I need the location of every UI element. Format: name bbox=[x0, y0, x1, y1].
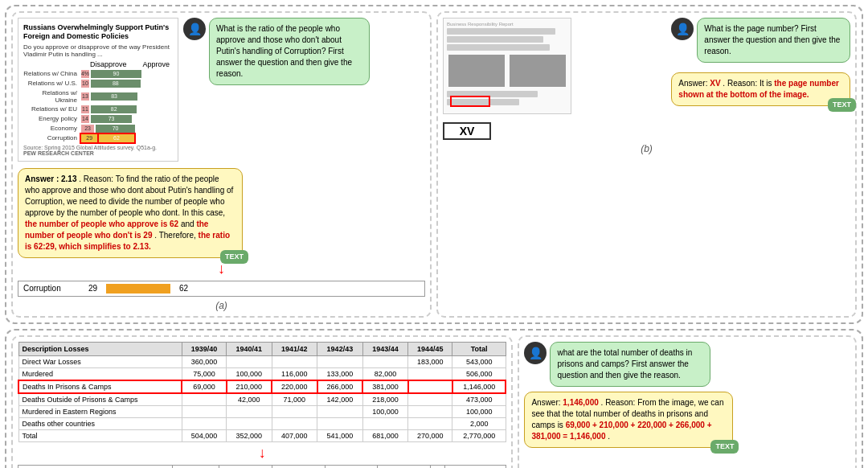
cell-val: 1,146,000 bbox=[452, 380, 506, 393]
summary-v5: 381,000 bbox=[378, 465, 431, 468]
th-4344: 1943/44 bbox=[362, 342, 408, 355]
doc-images bbox=[447, 53, 567, 88]
header-approve: Approve bbox=[142, 60, 170, 68]
cell-val bbox=[227, 355, 272, 367]
panel-a: Russians Overwhelmingly Support Putin's … bbox=[11, 11, 432, 318]
answer-red-b: XV bbox=[710, 79, 720, 88]
corruption-val2: 62 bbox=[174, 284, 194, 293]
summary-v7: 1,146,000 bbox=[444, 465, 506, 468]
cell-val bbox=[362, 355, 408, 367]
doc-text-1 bbox=[447, 28, 555, 35]
cell-val: 352,000 bbox=[227, 429, 272, 441]
chart-row-label: Relations w/ China bbox=[23, 70, 80, 77]
cell-val bbox=[408, 380, 452, 393]
bottom-row: Description Losses 1939/40 1940/41 1941/… bbox=[5, 329, 863, 468]
corruption-bar bbox=[106, 284, 170, 294]
question-bubble-b: What is the page number? First answer th… bbox=[697, 18, 850, 63]
cell-val bbox=[408, 393, 452, 406]
panel-a-top: Russians Overwhelmingly Support Putin's … bbox=[18, 18, 425, 162]
summary-v2: 210,000 bbox=[219, 465, 272, 468]
cell-val bbox=[362, 417, 408, 429]
cell-val: 504,000 bbox=[182, 429, 226, 441]
summary-row-table: Deaths In Prisons & Camps 69,000 210,000… bbox=[18, 465, 506, 468]
chart-row: Relations w/ U.S. 10 88 bbox=[23, 80, 173, 88]
question-text-b: What is the page number? First answer th… bbox=[704, 24, 840, 55]
chart-rows: Relations w/ China 4% 90 Relations w/ U.… bbox=[23, 70, 173, 142]
bar-disapprove: 13 bbox=[81, 92, 89, 101]
document-preview: Business Responsibility Report bbox=[443, 18, 571, 114]
chart-container: Russians Overwhelmingly Support Putin's … bbox=[18, 18, 178, 162]
data-table: Description Losses 1939/40 1940/41 1941/… bbox=[18, 342, 506, 442]
answer-and: and bbox=[181, 220, 196, 228]
cell-val: 100,000 bbox=[362, 405, 408, 417]
answer-area-a: Answer : 2.13 . Reason: To find the rati… bbox=[18, 168, 425, 258]
panel-b: Business Responsibility Report X bbox=[436, 11, 857, 318]
panel-b-right: 👤 What is the page number? First answer … bbox=[671, 18, 850, 140]
avatar-d: 👤 bbox=[524, 342, 547, 364]
bar-approve: 62 bbox=[99, 134, 133, 142]
bar-disapprove: 10 bbox=[81, 80, 89, 88]
cell-val: 210,000 bbox=[227, 380, 272, 393]
th-total: Total bbox=[452, 342, 506, 355]
cell-val: 82,000 bbox=[362, 367, 408, 380]
corruption-val1: 29 bbox=[83, 284, 103, 293]
summary-desc: Deaths In Prisons & Camps bbox=[18, 465, 173, 468]
table-row: Deaths other countries2,000 bbox=[18, 417, 506, 429]
xv-text: XV bbox=[460, 125, 475, 138]
panel-b-inner: Business Responsibility Report X bbox=[443, 18, 850, 140]
chart-row-label: Relations w/ EU bbox=[23, 105, 80, 113]
cell-val: 2,770,000 bbox=[452, 429, 506, 441]
th-4445: 1944/45 bbox=[408, 342, 452, 355]
table-row: Direct War Losses360,000183,000543,000 bbox=[18, 355, 506, 367]
bar-disapprove: 23 bbox=[81, 125, 94, 133]
chart-bars: 13 83 bbox=[81, 92, 137, 101]
chart-subtitle: Do you approve or disapprove of the way … bbox=[23, 43, 173, 58]
cell-val: 142,000 bbox=[317, 393, 363, 406]
cell-val: 506,000 bbox=[452, 367, 506, 380]
doc-title: Business Responsibility Report bbox=[447, 22, 567, 27]
chart-bars: 4% 90 bbox=[81, 70, 141, 78]
answer-red-d: 1,146,000 bbox=[563, 398, 599, 407]
table-row: Total504,000352,000407,000541,000681,000… bbox=[18, 429, 506, 441]
bar-disapprove: 11 bbox=[81, 105, 89, 113]
cell-val: 543,000 bbox=[452, 355, 506, 367]
chart-row-label: Economy bbox=[23, 125, 80, 132]
cell-val: 75,000 bbox=[182, 367, 226, 380]
panel-a-right: 👤 What is the ratio of the people who ap… bbox=[183, 18, 370, 162]
cell-val: 133,000 bbox=[317, 367, 363, 380]
summary-v3: 220,000 bbox=[272, 465, 325, 468]
main-container: Russians Overwhelmingly Support Putin's … bbox=[0, 0, 868, 468]
text-badge-d: TEXT bbox=[710, 440, 739, 454]
answer-value: 2.13 bbox=[61, 174, 76, 183]
cell-val: 100,000 bbox=[452, 405, 506, 417]
question-text-d: what are the total number of deaths in p… bbox=[557, 348, 692, 380]
answer-end-d: . bbox=[608, 432, 610, 441]
cell-val: 266,000 bbox=[317, 380, 363, 393]
cell-val: 42,000 bbox=[227, 393, 272, 406]
bar-disapprove: 29 bbox=[81, 134, 97, 142]
cell-val bbox=[317, 417, 363, 429]
cell-val: 218,000 bbox=[362, 393, 408, 406]
panel-b-label: (b) bbox=[443, 143, 850, 154]
top-row: Russians Overwhelmingly Support Putin's … bbox=[5, 5, 863, 324]
chart-row-label: Relations w/ U.S. bbox=[23, 80, 80, 87]
chart-bars: 11 82 bbox=[81, 105, 137, 113]
answer-text-b: Answer: bbox=[678, 79, 710, 88]
cell-val bbox=[182, 417, 226, 429]
cell-val: 270,000 bbox=[408, 429, 452, 441]
summary-row: Deaths In Prisons & Camps 69,000 210,000… bbox=[18, 465, 506, 468]
table-row: Murdered75,000100,000116,000133,00082,00… bbox=[18, 367, 506, 380]
chart-row-label: Energy policy bbox=[23, 115, 80, 122]
panel-a-label: (a) bbox=[18, 300, 425, 311]
table-header-row: Description Losses 1939/40 1940/41 1941/… bbox=[18, 342, 506, 355]
panel-b-left: Business Responsibility Report X bbox=[443, 18, 666, 140]
cell-val bbox=[272, 417, 317, 429]
answer-red1: the number of people who approve is 62 bbox=[25, 220, 178, 228]
bar-disapprove: 4% bbox=[81, 70, 89, 78]
bar-approve: 88 bbox=[91, 80, 141, 88]
doc-image-2 bbox=[510, 55, 566, 87]
chart-bars: 14 73 bbox=[81, 115, 132, 123]
cell-val: 2,000 bbox=[452, 417, 506, 429]
corruption-summary-row: Corruption 29 62 bbox=[18, 281, 425, 297]
cell-val bbox=[227, 405, 272, 417]
